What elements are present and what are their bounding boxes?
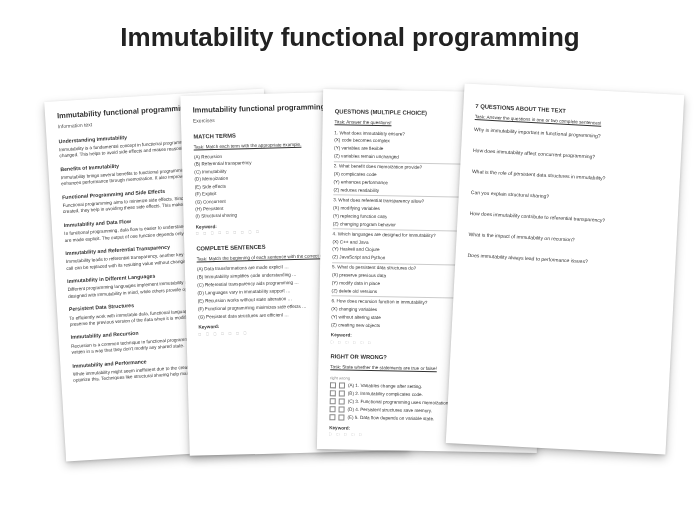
rw-item: (B) 2. Immutability complicates code. xyxy=(348,391,423,397)
question-item: How does immutability contribute to refe… xyxy=(470,209,666,226)
rw-item: (D) 4. Persistent structures save memory… xyxy=(348,407,432,413)
match-l: (D) Memoization xyxy=(194,176,228,183)
match-l: (F) Explicit xyxy=(195,191,217,198)
rw-item: (C) 3. Functional programming uses memoi… xyxy=(348,399,450,406)
question-item: Can you explain structural sharing? xyxy=(471,189,667,206)
rw-item: (A) 1. Variables change after setting. xyxy=(348,383,422,389)
match-l: (G) Concurrent xyxy=(195,198,226,205)
match-l: (E) Side effects xyxy=(195,183,226,190)
question-list: Why is immutability important in functio… xyxy=(467,126,670,269)
worksheet-page-4: 7 QUESTIONS ABOUT THE TEXT Task: Answer … xyxy=(446,83,685,454)
match-l: (I) Structural sharing xyxy=(195,213,237,221)
question-item: Does immutability always lead to perform… xyxy=(467,251,663,268)
match-l: (A) Recursion xyxy=(194,154,222,161)
question-item: What is the impact of immutability on re… xyxy=(469,230,665,247)
match-l: (C) Immutability xyxy=(194,169,226,176)
match-l: (H) Persistent xyxy=(195,206,223,213)
page-stage: Immutability functional programming Info… xyxy=(0,75,700,525)
page-title: Immutability functional programming xyxy=(0,22,700,53)
question-item: How does immutability affect concurrent … xyxy=(473,147,669,164)
question-item: What is the role of persistent data stru… xyxy=(472,168,668,185)
rw-item: (E) 5. Data flow depends on variable sta… xyxy=(347,415,434,422)
